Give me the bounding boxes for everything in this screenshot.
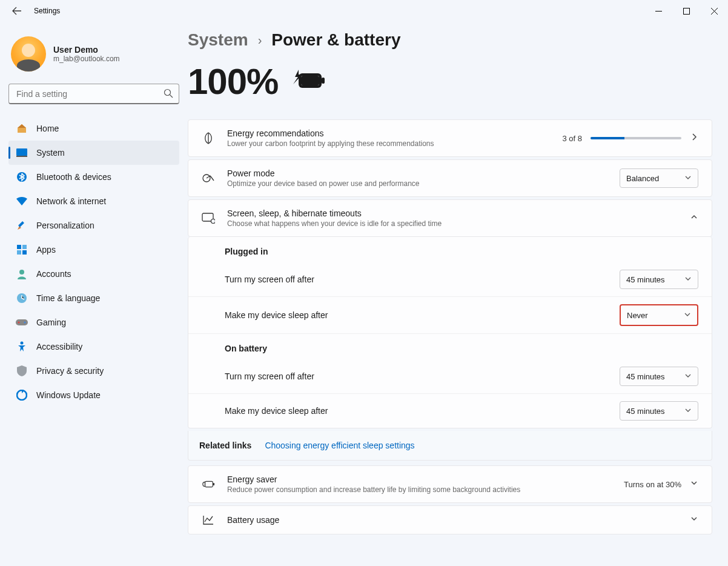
power-mode-select[interactable]: Balanced	[620, 168, 698, 188]
svg-rect-25	[213, 483, 214, 485]
chevron-down-icon[interactable]	[690, 514, 698, 525]
energy-saver-status: Turns on at 30%	[624, 480, 681, 489]
select-value: 45 minutes	[626, 372, 665, 381]
chevron-down-icon[interactable]	[690, 479, 698, 490]
battery-usage-row[interactable]: Battery usage	[188, 506, 712, 534]
nav-label: Privacy & security	[36, 366, 104, 376]
svg-point-10	[19, 270, 24, 275]
nav-time[interactable]: Time & language	[8, 286, 179, 310]
breadcrumb-parent[interactable]: System	[188, 30, 248, 50]
search-box[interactable]	[8, 84, 179, 104]
power-mode-icon	[202, 173, 215, 183]
nav-label: Personalization	[36, 221, 94, 230]
maximize-button[interactable]	[672, 0, 700, 22]
svg-rect-0	[683, 8, 689, 14]
close-icon	[711, 8, 718, 15]
on-battery-header: On battery	[188, 334, 712, 359]
nav-privacy[interactable]: Privacy & security	[8, 359, 179, 383]
power-mode-sub: Optimize your device based on power use …	[227, 179, 420, 188]
nav-label: System	[36, 148, 65, 158]
back-button[interactable]	[7, 1, 27, 21]
nav-accounts[interactable]: Accounts	[8, 262, 179, 286]
apps-icon	[16, 244, 28, 256]
svg-rect-5	[18, 221, 24, 227]
nav-label: Bluetooth & devices	[36, 172, 111, 182]
energy-saver-icon	[202, 479, 215, 489]
update-icon	[16, 389, 28, 401]
energy-rec-progress	[591, 137, 681, 139]
maximize-icon	[683, 8, 690, 15]
nav-accessibility[interactable]: Accessibility	[8, 335, 179, 359]
nav-gaming[interactable]: Gaming	[8, 310, 179, 335]
svg-rect-12	[16, 319, 28, 325]
option-label: Make my device sleep after	[225, 310, 328, 320]
back-arrow-icon	[12, 6, 22, 16]
chevron-down-icon	[684, 372, 692, 381]
system-icon	[16, 147, 28, 159]
chevron-up-icon[interactable]	[690, 213, 698, 224]
chevron-right-icon	[690, 133, 698, 144]
svg-rect-8	[17, 250, 21, 255]
chevron-right-icon: ›	[258, 33, 262, 47]
svg-rect-3	[16, 156, 27, 157]
option-label: Make my device sleep after	[225, 406, 328, 416]
power-mode-title: Power mode	[227, 168, 420, 178]
screen-icon	[202, 213, 215, 224]
battery-screen-off-select[interactable]: 45 minutes	[620, 367, 698, 386]
svg-point-13	[18, 322, 20, 324]
person-icon	[16, 268, 28, 280]
accessibility-icon	[16, 341, 28, 353]
user-profile[interactable]: User Demo m_lab@outlook.com	[8, 33, 179, 82]
option-label: Turn my screen off after	[225, 275, 314, 284]
chevron-down-icon	[684, 174, 692, 183]
nav-label: Windows Update	[36, 390, 101, 400]
plugged-screen-off-select[interactable]: 45 minutes	[620, 270, 698, 289]
energy-saver-row[interactable]: Energy saver Reduce power consumption an…	[188, 466, 712, 502]
energy-rec-title: Energy recommendations	[227, 128, 434, 138]
nav-label: Apps	[36, 245, 56, 255]
shield-icon	[16, 365, 28, 377]
chevron-down-icon	[684, 407, 692, 416]
nav-personalization[interactable]: Personalization	[8, 213, 179, 238]
nav-system[interactable]: System	[8, 141, 179, 165]
battery-sleep-select[interactable]: 45 minutes	[620, 401, 698, 421]
energy-saver-title: Energy saver	[227, 474, 520, 484]
svg-rect-2	[16, 148, 27, 156]
user-name: User Demo	[53, 45, 120, 55]
search-icon	[164, 88, 173, 101]
app-title: Settings	[34, 7, 60, 15]
energy-rec-count: 3 of 8	[562, 134, 582, 143]
timeouts-sub: Choose what happens when your device is …	[227, 219, 442, 228]
battery-usage-title: Battery usage	[227, 515, 279, 525]
select-value: 45 minutes	[626, 275, 665, 284]
close-button[interactable]	[700, 0, 728, 22]
search-input[interactable]	[8, 84, 179, 104]
svg-rect-6	[17, 245, 21, 249]
svg-rect-20	[301, 76, 319, 85]
nav-network[interactable]: Network & internet	[8, 189, 179, 213]
timeouts-row[interactable]: Screen, sleep, & hibernate timeouts Choo…	[188, 200, 712, 236]
select-value: Balanced	[626, 174, 659, 183]
svg-rect-9	[22, 250, 27, 255]
energy-rec-sub: Lower your carbon footprint by applying …	[227, 139, 434, 148]
related-link[interactable]: Choosing energy efficient sleep settings	[265, 441, 414, 450]
nav-apps[interactable]: Apps	[8, 238, 179, 262]
plugged-screen-off-row: Turn my screen off after 45 minutes	[188, 262, 712, 297]
nav-label: Time & language	[36, 293, 100, 303]
home-icon	[16, 122, 28, 135]
nav-home[interactable]: Home	[8, 116, 179, 141]
option-label: Turn my screen off after	[225, 371, 314, 381]
svg-rect-24	[205, 481, 213, 487]
energy-recommendations-row[interactable]: Energy recommendations Lower your carbon…	[188, 120, 712, 156]
nav-label: Accounts	[36, 269, 71, 279]
user-email: m_lab@outlook.com	[53, 55, 120, 63]
page-title: Power & battery	[271, 30, 400, 50]
leaf-icon	[202, 132, 215, 145]
bluetooth-icon	[16, 171, 28, 183]
plugged-sleep-select[interactable]: Never	[620, 304, 698, 326]
nav-bluetooth[interactable]: Bluetooth & devices	[8, 165, 179, 189]
nav-label: Gaming	[36, 318, 66, 327]
minimize-button[interactable]	[644, 0, 672, 22]
chevron-down-icon	[684, 275, 692, 284]
nav-update[interactable]: Windows Update	[8, 383, 179, 407]
